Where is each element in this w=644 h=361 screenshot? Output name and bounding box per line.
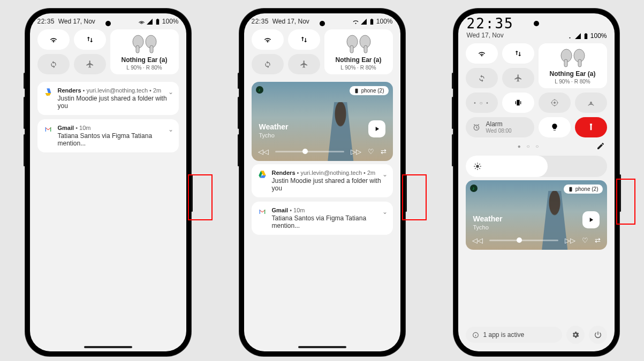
page-dots: ● ○ ○ [468,143,591,149]
notification-gmail[interactable]: Gmail • 10m Tatiana Santos via Figma Tat… [252,202,393,235]
output-device-pill[interactable]: phone (2) [350,86,389,95]
svg-rect-7 [364,45,367,53]
earbuds-tile[interactable]: Nothing Ear (а) L 90% · R 80% [110,29,179,74]
shuffle-icon[interactable]: ⇄ [381,148,387,156]
vibrate-icon [514,98,522,107]
camera-notch [534,21,539,26]
phone-device-icon [568,187,573,192]
nav-bar[interactable] [298,346,346,348]
notif-app: Gmail [58,125,74,131]
chevron-down-icon[interactable]: ⌄ [168,88,173,96]
brightness-icon [473,162,482,171]
dnd-icon: • ○ • [474,100,489,106]
hotspot-icon [587,98,595,107]
progress-bar[interactable] [275,151,344,152]
notification-gmail[interactable]: Gmail • 10m Tatiana Santos via Figma Tat… [37,119,179,152]
data-tile[interactable] [288,29,320,50]
earbuds-tile[interactable]: Nothing Ear (а) L 90% · R 80% [324,29,393,74]
hotspot-tile[interactable] [575,93,607,113]
vibrate-tile[interactable] [502,93,534,113]
notification-renders[interactable]: Renders • yuri.levin@nothing.tech • 2m J… [252,164,393,197]
media-artist: Tycho [473,224,489,231]
svg-rect-1 [136,45,139,53]
device-label: phone (2) [575,186,598,192]
power-icon [594,331,602,339]
status-battery: 100% [376,18,393,25]
earbuds-tile[interactable]: Nothing Ear (а) L 90% · R 80% [539,43,607,88]
edit-icon[interactable] [596,142,605,150]
next-button[interactable]: ▷▷ [565,236,575,244]
earbuds-name: Nothing Ear (а) [550,70,596,78]
power-button[interactable] [589,326,607,344]
autorotate-tile[interactable] [252,54,284,74]
airplane-icon [86,60,94,68]
prev-button[interactable]: ◁◁ [472,236,483,244]
autorotate-tile[interactable] [466,68,498,88]
media-player[interactable]: ♪ phone (2) Weather Tycho ◁◁ ▷▷ ♡ ⇄ [252,82,393,161]
wifi-icon [49,35,58,44]
settings-button[interactable] [566,326,585,344]
svg-rect-3 [150,45,153,53]
active-apps-pill[interactable]: 1 app is active [466,327,562,343]
alarm-tile[interactable]: AlarmWed 08:00 [466,117,534,137]
shuffle-icon[interactable]: ⇄ [595,236,601,244]
chevron-down-icon[interactable]: ⌄ [382,171,388,178]
airplane-tile[interactable] [288,54,320,74]
airplane-tile[interactable] [502,68,534,88]
dnd-tile[interactable]: • ○ • [466,93,498,113]
wifi-tile[interactable] [466,43,498,64]
heart-icon[interactable]: ♡ [368,148,374,156]
nightlight-tile[interactable] [539,117,571,137]
notif-body: Tatiana Santos via Figma Tatiana mention… [272,214,387,229]
phone-frame-1: 22:35 Wed 17, Nov 100% Nothing Ear (а) [25,9,191,356]
alarm-time: Wed 08:00 [486,128,512,134]
next-button[interactable]: ▷▷ [351,148,361,156]
status-date: Wed 17, Nov [272,18,309,25]
notif-meta: 10m [293,207,305,213]
signal-status-icon [146,18,153,25]
svg-rect-10 [564,59,567,67]
battery-status-icon [582,33,589,40]
swap-icon [86,35,94,44]
lightbulb-icon [550,123,559,132]
notification-renders[interactable]: Renders • yuri.levin@nothing.tech • 2m J… [37,82,179,115]
earbuds-image [123,34,166,55]
annotation-box-2 [402,174,427,220]
svg-point-17 [476,165,479,167]
notif-app: Renders [272,170,296,176]
flashlight-tile[interactable] [575,117,607,137]
brightness-slider[interactable] [466,156,607,177]
signal-status-icon [360,18,367,25]
data-tile[interactable] [502,43,534,64]
chevron-down-icon[interactable]: ⌄ [382,208,388,216]
alarm-label: Alarm [486,121,512,128]
annotation-box-1 [188,174,213,220]
play-button[interactable] [368,120,385,137]
location-tile[interactable] [539,93,571,113]
earbuds-name: Nothing Ear (а) [122,56,168,64]
progress-bar[interactable] [489,240,558,241]
wifi-tile[interactable] [252,29,284,50]
play-button[interactable] [582,211,600,228]
svg-rect-12 [578,59,581,67]
output-device-pill[interactable]: phone (2) [564,185,603,194]
data-tile[interactable] [74,29,106,50]
quick-settings: Nothing Ear (а) L 90% · R 80% [244,26,400,79]
autorotate-tile[interactable] [37,54,70,74]
nav-bar[interactable] [84,346,132,348]
svg-point-13 [554,102,556,104]
autorotate-icon [478,74,486,82]
status-battery: 100% [590,32,607,40]
notif-meta: yuri.levin@nothing.tech • 2m [301,170,376,176]
prev-button[interactable]: ◁◁ [258,148,269,156]
media-player[interactable]: ♪ phone (2) Weather Tycho ◁◁ ▷▷ ♡ ⇄ [466,180,607,250]
phone-device-icon [354,88,359,94]
svg-point-15 [590,102,592,104]
heart-icon[interactable]: ♡ [582,236,588,244]
device-label: phone (2) [361,88,384,94]
airplane-tile[interactable] [74,54,106,74]
chevron-down-icon[interactable]: ⌄ [168,126,173,133]
wifi-tile[interactable] [37,29,70,50]
drive-icon [44,88,52,96]
spotify-icon: ♪ [470,185,478,192]
